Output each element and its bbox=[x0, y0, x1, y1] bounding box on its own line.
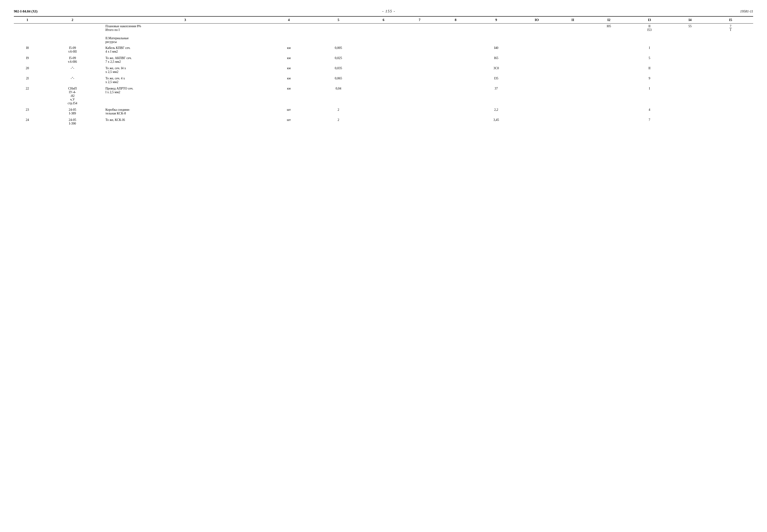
col-header-13: I3 bbox=[627, 16, 672, 24]
row22-unit: км bbox=[266, 85, 311, 107]
row22-col13: I bbox=[627, 85, 672, 107]
row23-ref-top: 24-05 bbox=[42, 108, 102, 112]
row24-col9: 3,45 bbox=[473, 117, 518, 127]
column-headers: 1 2 3 4 5 6 7 8 9 IO II I2 I3 I4 I5 bbox=[14, 16, 753, 24]
row24-col13: 7 bbox=[627, 117, 672, 127]
row22-ref-5: стр.I54 bbox=[42, 102, 102, 105]
row19-desc2: 7 х 2,5 мм2 bbox=[105, 60, 265, 64]
row18-num: I8 bbox=[14, 45, 41, 55]
row22-ref-2: IУ-4- bbox=[42, 90, 102, 94]
row23-num: 23 bbox=[14, 107, 41, 117]
row23-col9: 2,2 bbox=[473, 107, 518, 117]
row20-num: 20 bbox=[14, 65, 41, 75]
row22-ref-4: ч.У bbox=[42, 98, 102, 102]
row21-qty: 0,065 bbox=[312, 75, 366, 85]
row20-ref-top: -"- bbox=[42, 66, 102, 70]
row23-desc1: Коробка соедини- bbox=[105, 108, 265, 112]
plan-col15-den: I bbox=[730, 28, 732, 32]
row18-ref-top: I5-09 bbox=[42, 46, 102, 50]
row22-ref-3: -82 bbox=[42, 94, 102, 98]
row21-num: 2I bbox=[14, 75, 41, 85]
row20-unit: км bbox=[266, 65, 311, 75]
row-23: 23 24-05 I-389 Коробка соедини- тельная … bbox=[14, 107, 753, 117]
plan-row: Плановые накопления 8% Итого по I I05 II… bbox=[14, 24, 753, 33]
row-18: I8 I5-09 т.6-0II Кабель КПВГ сеч. 4 х I … bbox=[14, 45, 753, 55]
row20-desc1: То же, сеч. I4 х bbox=[105, 66, 265, 70]
row18-col9: I40 bbox=[473, 45, 518, 55]
page-number: - 155 - bbox=[382, 9, 395, 13]
row20-col13: II bbox=[627, 65, 672, 75]
plan-col14: 55 bbox=[672, 24, 708, 33]
row18-ref-bot: т.6-0II bbox=[42, 50, 102, 54]
row24-ref-top: 24-05 bbox=[42, 118, 102, 122]
plan-col15-fraction: 7 I bbox=[729, 24, 732, 32]
row-24: 24 24-05 I-390 То же, КСК-I6 шт 2 3,45 7 bbox=[14, 117, 753, 127]
col-header-8: 8 bbox=[437, 16, 473, 24]
row22-col9: 37 bbox=[473, 85, 518, 107]
col-header-14: I4 bbox=[672, 16, 708, 24]
plan-col13-top: II bbox=[628, 24, 671, 28]
row20-col9: 3С0 bbox=[473, 65, 518, 75]
row19-col13: 5 bbox=[627, 55, 672, 65]
row22-desc1: Провод АПРТО сеч. bbox=[105, 87, 265, 90]
row24-qty: 2 bbox=[312, 117, 366, 127]
col-header-5: 5 bbox=[312, 16, 366, 24]
row-20: 20 -"- То же, сеч. I4 х х 2,5 мм2 км 0,0… bbox=[14, 65, 753, 75]
col-header-7: 7 bbox=[401, 16, 437, 24]
plan-col15-num: 7 bbox=[729, 24, 732, 28]
row23-unit: шт bbox=[266, 107, 311, 117]
col-header-6: 6 bbox=[366, 16, 401, 24]
row23-ref-bot: I-389 bbox=[42, 112, 102, 115]
main-table: 1 2 3 4 5 6 7 8 9 IO II I2 I3 I4 I5 bbox=[14, 16, 753, 127]
doc-code: 19581-11 bbox=[740, 9, 753, 13]
plan-text-2: Итого по I bbox=[105, 28, 265, 32]
col-header-12: I2 bbox=[591, 16, 627, 24]
row23-qty: 2 bbox=[312, 107, 366, 117]
section-title-2: ресурсы bbox=[105, 40, 265, 44]
row23-col13: 4 bbox=[627, 107, 672, 117]
row-22: 22 СНиП IУ-4- -82 ч.У стр.I54 Провод АПР… bbox=[14, 85, 753, 107]
row24-unit: шт bbox=[266, 117, 311, 127]
row18-desc2: 4 х I мм2 bbox=[105, 50, 265, 54]
row19-qty: 0,025 bbox=[312, 55, 366, 65]
row-19: I9 I5-09 т.6-0I6 То же, АКПВГ сеч. 7 х 2… bbox=[14, 55, 753, 65]
row23-desc2: тельная КСК-8 bbox=[105, 112, 265, 115]
page-header: 902-I-84.84 (XI) - 155 - 19581-11 bbox=[14, 9, 753, 13]
col-header-9: 9 bbox=[473, 16, 518, 24]
row24-num: 24 bbox=[14, 117, 41, 127]
row20-desc2: х 2,5 мм2 bbox=[105, 70, 265, 74]
row21-desc2: х 2,5 мм2 bbox=[105, 80, 265, 84]
row21-unit: км bbox=[266, 75, 311, 85]
row20-qty: 0,035 bbox=[312, 65, 366, 75]
col-header-1: 1 bbox=[14, 16, 41, 24]
row19-desc1: То же, АКПВГ сеч. bbox=[105, 56, 265, 60]
row19-ref-top: I5-09 bbox=[42, 56, 102, 60]
row18-qty: 0,005 bbox=[312, 45, 366, 55]
row21-desc1: То же, сеч. 4 х bbox=[105, 77, 265, 80]
row24-desc1: То же, КСК-I6 bbox=[105, 118, 265, 122]
section-header-row: II.Материальные ресурсы bbox=[14, 33, 753, 45]
row22-ref-1: СНиП bbox=[42, 87, 102, 90]
col-header-10: IO bbox=[519, 16, 555, 24]
row18-desc1: Кабель КПВГ сеч. bbox=[105, 46, 265, 50]
row18-unit: км bbox=[266, 45, 311, 55]
doc-number: 902-I-84.84 (XI) bbox=[14, 9, 38, 13]
col-header-3: 3 bbox=[104, 16, 266, 24]
main-table-wrapper: 1 2 3 4 5 6 7 8 9 IO II I2 I3 I4 I5 bbox=[14, 16, 753, 127]
col-header-11: II bbox=[555, 16, 591, 24]
row21-col13: 9 bbox=[627, 75, 672, 85]
row24-ref-bot: I-390 bbox=[42, 122, 102, 126]
section-title-1: II.Материальные bbox=[105, 36, 265, 40]
col-header-15: I5 bbox=[708, 16, 753, 24]
plan-col12: I05 bbox=[591, 24, 627, 33]
row21-col9: I35 bbox=[473, 75, 518, 85]
col-header-2: 2 bbox=[41, 16, 104, 24]
plan-col13-bot: I53 bbox=[628, 28, 671, 32]
row19-num: I9 bbox=[14, 55, 41, 65]
row21-ref-top: -"- bbox=[42, 77, 102, 80]
row19-col9: I65 bbox=[473, 55, 518, 65]
plan-text-1: Плановые накопления 8% bbox=[105, 24, 265, 28]
row22-qty: 0,04 bbox=[312, 85, 366, 107]
row19-ref-bot: т.6-0I6 bbox=[42, 60, 102, 64]
row-21: 2I -"- То же, сеч. 4 х х 2,5 мм2 км 0,06… bbox=[14, 75, 753, 85]
